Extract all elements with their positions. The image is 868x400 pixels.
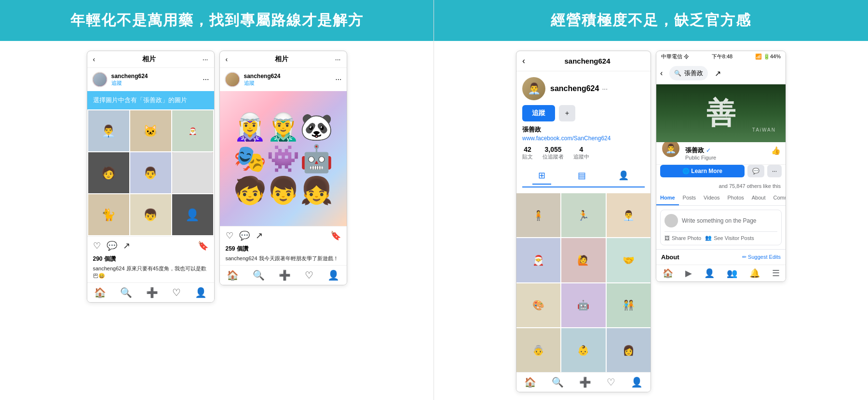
phone3-stat1-num: 42 <box>522 146 533 153</box>
phone4-more-button[interactable]: ··· <box>767 165 782 177</box>
phone3-grid-tab[interactable]: ⊞ <box>532 167 551 185</box>
phone3-name-row: sancheng624 ··· <box>550 84 608 93</box>
phone4-bottom-profile-icon[interactable]: 👤 <box>704 268 715 279</box>
phone4-tab-posts[interactable]: Posts <box>679 191 700 205</box>
photo-cell-8: 👦 <box>130 194 171 235</box>
phone4-share-icon[interactable]: ↗ <box>715 69 721 78</box>
comment-icon[interactable]: 💬 <box>107 240 117 251</box>
phone2-search-icon[interactable]: 🔍 <box>253 269 265 281</box>
phone4-search-area: ‹ 🔍 張善政 ↗ <box>656 62 786 84</box>
phone4-page-profile: 👨‍💼 張善政 ✓ Public Figure 👍 <box>656 142 786 165</box>
heart-bottom-icon[interactable]: ♡ <box>172 287 181 298</box>
phone4-tab-photos[interactable]: Photos <box>724 191 748 205</box>
phone4-write-avatar <box>665 214 678 227</box>
phone4-write-inner: Write something on the Page <box>665 214 777 227</box>
phone3-home-icon[interactable]: 🏠 <box>524 376 536 388</box>
phone2-profile-name: sancheng624 <box>244 73 281 80</box>
phone4-search-bar[interactable]: 🔍 張善政 <box>669 66 708 80</box>
phone3-real-name: 張善政 <box>522 125 645 134</box>
home-icon[interactable]: 🏠 <box>94 287 106 298</box>
phone4-suggest-edits[interactable]: ✏ Suggest Edits <box>742 254 781 260</box>
phone4-tab-about[interactable]: About <box>748 191 770 205</box>
phone3-fb-dots[interactable]: ··· <box>602 85 608 93</box>
phone2-heart-bottom-icon[interactable]: ♡ <box>305 269 313 281</box>
phone3-plus-button[interactable]: ＋ <box>559 105 575 121</box>
phone4-back-icon[interactable]: ‹ <box>660 69 663 78</box>
phone3-person-tab[interactable]: 👤 <box>612 167 635 185</box>
phone3-back-icon[interactable]: ‹ <box>522 56 525 66</box>
phone4-like-icon[interactable]: 👍 <box>771 146 781 155</box>
phone4-bottom-home-icon[interactable]: 🏠 <box>663 268 673 279</box>
phone4-visitor-posts-button[interactable]: 👥 See Visitor Posts <box>705 235 754 241</box>
phone2-comment-icon[interactable]: 💬 <box>239 230 250 241</box>
phone1-header: ‹ 相片 ··· <box>87 51 214 68</box>
add-icon[interactable]: ➕ <box>146 287 158 298</box>
phone4-page-name: 張善政 <box>685 146 704 155</box>
phone4-verified-badge: ✓ <box>706 147 711 154</box>
phone4-tab-community[interactable]: Communit <box>770 191 786 205</box>
phone1-menu-icon[interactable]: ··· <box>203 55 208 63</box>
photo-cell-4: 🧑 <box>88 152 129 193</box>
phone2-share-icon[interactable]: ↗ <box>256 230 263 241</box>
search-bottom-icon[interactable]: 🔍 <box>120 287 132 298</box>
visitor-posts-label: See Visitor Posts <box>714 235 754 241</box>
phone3-person-icon[interactable]: 👤 <box>631 376 643 388</box>
phone4-bottom-menu-icon[interactable]: ☰ <box>772 268 780 279</box>
phone3-list-tab[interactable]: ▤ <box>572 167 592 185</box>
phone3-profile-row: 👨‍💼 sancheng624 ··· <box>522 77 645 100</box>
phone2-heart-icon[interactable]: ♡ <box>226 230 233 241</box>
phone2-menu-icon[interactable]: ··· <box>335 55 341 63</box>
phone3-heart-icon[interactable]: ♡ <box>607 376 615 388</box>
phone4-bottom-video-icon[interactable]: ▶ <box>685 268 692 279</box>
phone3-follow-button[interactable]: 追蹤 <box>522 105 555 121</box>
share-photo-label: Share Photo <box>672 235 701 241</box>
phone1-follow-link[interactable]: 追蹤 <box>111 80 148 87</box>
phone2-add-icon[interactable]: ➕ <box>279 269 291 281</box>
phone3-url[interactable]: www.facebook.com/SanCheng624 <box>522 135 645 142</box>
profile-icon[interactable]: 👤 <box>195 287 207 298</box>
phone4-write-placeholder: Write something on the Page <box>682 217 777 224</box>
fb-photo-3: 👨‍💼 <box>607 193 651 237</box>
phone4: 中華電信 令 下午8:48 📶 🔋44% ‹ 🔍 張善政 ↗ 善 TA <box>656 51 786 282</box>
phone1-photo-grid: 👨‍💼 🐱 🎅 🧑 👨 🐈 👦 👤 <box>87 109 214 236</box>
phone4-bottom-group-icon[interactable]: 👥 <box>727 268 737 279</box>
phone3-fb-name: sancheng624 <box>550 84 599 93</box>
photo-cell-3: 🎅 <box>172 110 213 151</box>
phone4-buttons-row: 🌐 Learn More 💬 ··· <box>656 165 786 181</box>
phone4-search-icon: 🔍 <box>674 70 681 77</box>
phone1-profile-name: sancheng624 <box>111 73 148 80</box>
heart-icon[interactable]: ♡ <box>93 240 101 251</box>
phone3-bottom-nav: 🏠 🔍 ➕ ♡ 👤 <box>516 372 651 392</box>
phone3-search-icon[interactable]: 🔍 <box>552 376 564 388</box>
phone4-about-section: About ✏ Suggest Edits <box>656 249 786 265</box>
phone4-learn-more-button[interactable]: 🌐 Learn More <box>660 165 745 177</box>
phone2-home-icon[interactable]: 🏠 <box>227 269 239 281</box>
phone2-dots-icon[interactable]: ··· <box>335 75 341 84</box>
phone4-tab-home[interactable]: Home <box>656 191 679 205</box>
fb-photo-11: 👶 <box>561 328 605 372</box>
phone3-avatar: 👨‍💼 <box>522 77 545 100</box>
phone4-tab-videos[interactable]: Videos <box>700 191 723 205</box>
phone1-dots-icon[interactable]: ··· <box>203 75 209 84</box>
phone2-profile-icon[interactable]: 👤 <box>327 269 339 281</box>
phone2-follow-link[interactable]: 追蹤 <box>244 80 281 87</box>
phone3-photo-grid: 🧍 🏃 👨‍💼 🎅 🙋 🤝 🎨 🤖 🧑‍🤝‍🧑 👵 👶 👩 <box>516 193 651 372</box>
phone4-share-photo-button[interactable]: 🖼 Share Photo <box>665 235 701 241</box>
phone3-stat2-num: 3,055 <box>542 146 564 153</box>
phone2-bookmark-icon[interactable]: 🔖 <box>330 230 341 241</box>
phone4-nav-tabs: Home Posts Videos Photos About Communit <box>656 191 786 206</box>
phone4-page-type: Public Figure <box>685 155 766 160</box>
phone4-page-info: 張善政 ✓ Public Figure <box>685 146 766 160</box>
bookmark-icon[interactable]: 🔖 <box>198 240 208 251</box>
share-icon[interactable]: ↗ <box>123 240 130 251</box>
left-banner: 年輕化不是萬用藥，找到專屬路線才是解方 <box>0 0 434 41</box>
left-banner-text: 年輕化不是萬用藥，找到專屬路線才是解方 <box>70 12 364 28</box>
fb-photo-12: 👩 <box>607 328 651 372</box>
phone3-add-icon[interactable]: ➕ <box>579 376 591 388</box>
right-screenshots-area: ‹ sancheng624 👨‍💼 sancheng624 ··· <box>434 41 868 400</box>
phone4-write-box[interactable]: Write something on the Page 🖼 Share Phot… <box>660 210 782 245</box>
phone4-message-button[interactable]: 💬 <box>747 165 764 177</box>
phone1-caption: sancheng624 原來只要有45度角，我也可以是歡巴😄 <box>87 265 214 282</box>
fb-photo-1: 🧍 <box>516 193 560 237</box>
phone4-bottom-bell-icon[interactable]: 🔔 <box>749 268 760 279</box>
